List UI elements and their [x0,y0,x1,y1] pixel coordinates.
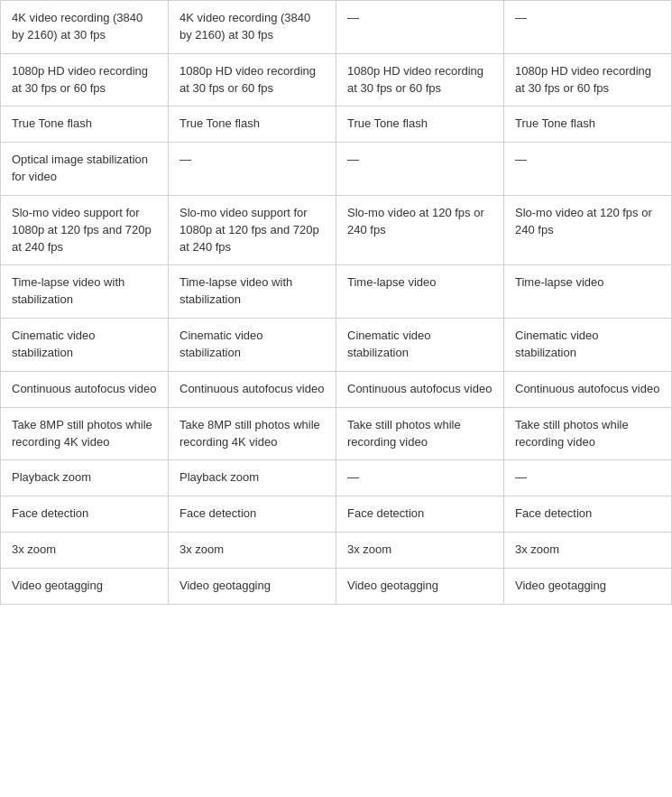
cell-r4-c1: Slo-mo video support for 1080p at 120 fp… [169,195,336,265]
cell-r6-c2: Cinematic video stabilization [336,319,504,372]
cell-r6-c3: Cinematic video stabilization [504,319,672,372]
table-row: Time-lapse video with stabilizationTime-… [1,265,672,319]
table-row: 4K video recording (3840 by 2160) at 30 … [1,1,672,54]
cell-r0-c1: 4K video recording (3840 by 2160) at 30 … [169,1,336,54]
cell-r4-c2: Slo-mo video at 120 fps or 240 fps [336,195,504,265]
cell-r11-c2: 3x zoom [336,533,504,569]
cell-r8-c1: Take 8MP still photos while recording 4K… [169,407,336,460]
cell-r7-c3: Continuous autofocus video [504,371,672,407]
table-row: 3x zoom3x zoom3x zoom3x zoom [1,533,672,569]
cell-r5-c0: Time-lapse video with stabilization [1,265,169,319]
cell-r0-c3: — [504,1,672,54]
table-row: Optical image stabilization for video——— [1,143,672,196]
cell-r12-c3: Video geotagging [504,568,672,604]
table-row: Video geotaggingVideo geotaggingVideo ge… [1,568,672,604]
cell-r7-c0: Continuous autofocus video [1,371,169,407]
table-row: Continuous autofocus videoContinuous aut… [1,371,672,407]
cell-r7-c2: Continuous autofocus video [336,371,504,407]
cell-r1-c1: 1080p HD video recordingat 30 fps or 60 … [169,53,336,107]
cell-r10-c1: Face detection [169,496,336,533]
table-row: Playback zoomPlayback zoom—— [1,460,672,496]
cell-r4-c3: Slo-mo video at 120 fps or 240 fps [504,195,672,265]
cell-r9-c3: — [504,460,672,496]
cell-r8-c0: Take 8MP still photos while recording 4K… [1,407,169,460]
table-row: 1080p HD video recordingat 30 fps or 60 … [1,53,672,107]
table-row: Face detectionFace detectionFace detecti… [1,496,672,533]
cell-r8-c2: Take still photos while recording video [336,407,504,460]
table-row: Take 8MP still photos while recording 4K… [1,407,672,460]
cell-r2-c0: True Tone flash [1,107,169,143]
table-row: Cinematic video stabilizationCinematic v… [1,319,672,372]
cell-r0-c2: — [336,1,504,54]
cell-r5-c3: Time-lapse video [504,265,672,319]
cell-r2-c3: True Tone flash [504,107,672,143]
cell-r11-c1: 3x zoom [169,533,336,569]
cell-r2-c1: True Tone flash [169,107,336,143]
cell-r3-c3: — [504,143,672,196]
cell-r5-c1: Time-lapse video with stabilization [169,265,336,319]
cell-r12-c0: Video geotagging [1,568,169,604]
cell-r9-c2: — [336,460,504,496]
table-row: True Tone flashTrue Tone flashTrue Tone … [1,107,672,143]
comparison-table: 4K video recording (3840 by 2160) at 30 … [0,0,672,605]
cell-r10-c3: Face detection [504,496,672,533]
cell-r3-c0: Optical image stabilization for video [1,143,169,196]
cell-r9-c1: Playback zoom [169,460,336,496]
cell-r5-c2: Time-lapse video [336,265,504,319]
cell-r1-c0: 1080p HD video recordingat 30 fps or 60 … [1,53,169,107]
table-row: Slo-mo video support for 1080p at 120 fp… [1,195,672,265]
cell-r11-c3: 3x zoom [504,533,672,569]
cell-r9-c0: Playback zoom [1,460,169,496]
cell-r8-c3: Take still photos while recording video [504,407,672,460]
cell-r6-c0: Cinematic video stabilization [1,319,169,372]
cell-r10-c0: Face detection [1,496,169,533]
cell-r3-c2: — [336,143,504,196]
cell-r12-c2: Video geotagging [336,568,504,604]
cell-r11-c0: 3x zoom [1,533,169,569]
cell-r0-c0: 4K video recording (3840 by 2160) at 30 … [1,1,169,54]
cell-r12-c1: Video geotagging [169,568,336,604]
cell-r7-c1: Continuous autofocus video [169,371,336,407]
cell-r10-c2: Face detection [336,496,504,533]
cell-r3-c1: — [169,143,336,196]
cell-r4-c0: Slo-mo video support for 1080p at 120 fp… [1,195,169,265]
cell-r6-c1: Cinematic video stabilization [169,319,336,372]
cell-r1-c3: 1080p HD video recordingat 30 fps or 60 … [504,53,672,107]
cell-r2-c2: True Tone flash [336,107,504,143]
cell-r1-c2: 1080p HD video recordingat 30 fps or 60 … [336,53,504,107]
